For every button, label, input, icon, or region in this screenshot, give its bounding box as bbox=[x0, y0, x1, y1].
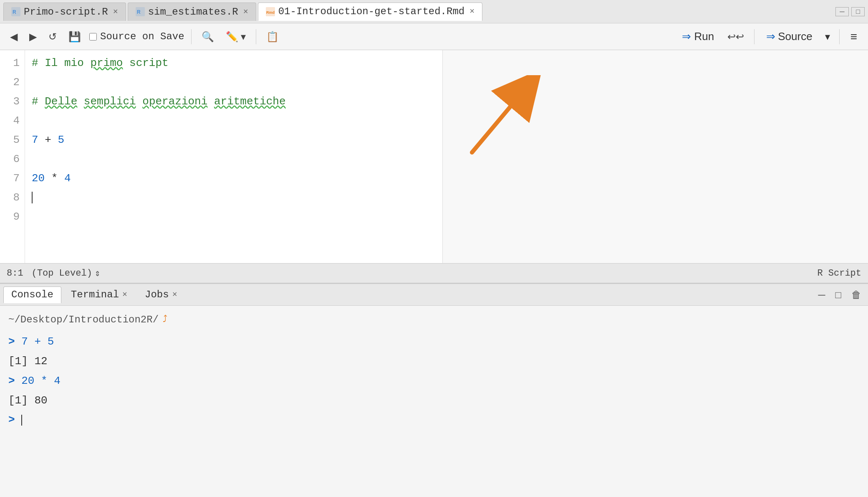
line-num-4: 4 bbox=[0, 111, 20, 130]
code-comment-1-primo: primo bbox=[90, 54, 123, 72]
console-clear-btn[interactable]: 🗑 bbox=[848, 287, 865, 302]
source-run-icon: ⇒ bbox=[766, 30, 775, 43]
console-path-row: ~/Desktop/Introduction2R/ ⤴ bbox=[8, 311, 860, 329]
source-on-save-checkbox[interactable] bbox=[89, 33, 97, 41]
tab-intro-label: 01-Introduction-get-started.Rmd bbox=[278, 6, 464, 17]
line-numbers: 1 2 3 4 5 6 7 8 9 bbox=[0, 50, 25, 263]
console-output-2: [1] 80 bbox=[8, 394, 48, 407]
source-dropdown-button[interactable]: ▾ bbox=[823, 29, 833, 44]
back-button[interactable]: ◀ bbox=[7, 29, 21, 44]
code-line-6 bbox=[32, 150, 436, 169]
maximize-button[interactable]: □ bbox=[851, 7, 865, 16]
compile-button[interactable]: 📋 bbox=[263, 29, 282, 44]
console-cmd-2: 20 * 4 bbox=[21, 375, 61, 387]
console-prompt-2: > bbox=[8, 375, 21, 387]
code-comment-3-operazioni: operazioni bbox=[142, 92, 207, 111]
menu-lines-button[interactable]: ≡ bbox=[846, 28, 861, 45]
forward-button[interactable]: ▶ bbox=[26, 29, 40, 44]
toolbar-separator-3 bbox=[754, 29, 754, 44]
rmd-file-icon: Rmd bbox=[266, 7, 275, 16]
jobs-tab-label: Jobs bbox=[145, 289, 169, 300]
console-line-1: > 7 + 5 bbox=[8, 332, 860, 352]
code-comment-3d bbox=[207, 92, 214, 111]
code-comment-3-aritmetiche: aritmetiche bbox=[214, 92, 286, 111]
tab-sim-close[interactable]: × bbox=[243, 7, 248, 17]
code-line-8 bbox=[32, 188, 436, 207]
tab-sim-label: sim_estimates.R bbox=[148, 6, 238, 18]
code-line-2 bbox=[32, 73, 436, 92]
tab-terminal[interactable]: Terminal × bbox=[63, 287, 135, 303]
tab-primo-script[interactable]: R Primo-script.R × bbox=[3, 3, 126, 21]
toolbar-separator-2 bbox=[256, 29, 256, 44]
console-content[interactable]: ~/Desktop/Introduction2R/ ⤴ > 7 + 5 [1] … bbox=[0, 306, 868, 435]
compile-icon: 📋 bbox=[266, 31, 279, 43]
minimize-button[interactable]: ─ bbox=[835, 7, 849, 16]
console-line-4: [1] 80 bbox=[8, 391, 860, 411]
line-num-6: 6 bbox=[0, 150, 20, 169]
console-line-5: > bbox=[8, 410, 860, 430]
code-comment-1b: script bbox=[123, 54, 168, 72]
source-on-save-text: Source on Save bbox=[100, 31, 184, 42]
tab-intro-close[interactable]: × bbox=[469, 7, 474, 16]
code-line-9 bbox=[32, 207, 436, 226]
console-tab-label: Console bbox=[11, 289, 53, 300]
code-num-5: 5 bbox=[58, 131, 64, 149]
code-area[interactable]: # Il mio primo script # Delle semplici o… bbox=[25, 50, 442, 263]
code-line-1: # Il mio primo script bbox=[32, 53, 436, 73]
tab-primo-close[interactable]: × bbox=[113, 7, 118, 17]
scope-text: (Top Level) bbox=[32, 268, 92, 279]
script-type: R Script bbox=[817, 268, 861, 279]
source-label: Source bbox=[778, 30, 812, 43]
back-icon: ◀ bbox=[10, 31, 18, 43]
editor-toolbar: ◀ ▶ ↺ 💾 Source on Save 🔍 ✏️ ▾ 📋 ⇒ Run ↩↩… bbox=[0, 23, 868, 50]
refresh-button[interactable]: ↺ bbox=[45, 29, 60, 44]
svg-text:R: R bbox=[137, 9, 141, 15]
refresh-icon: ↺ bbox=[48, 31, 57, 43]
tab-intro[interactable]: Rmd 01-Introduction-get-started.Rmd × bbox=[258, 3, 483, 21]
run-button[interactable]: ⇒ Run bbox=[677, 28, 719, 45]
tab-sim-estimates[interactable]: R sim_estimates.R × bbox=[128, 3, 256, 21]
console-toolbar-right: ─ □ 🗑 bbox=[815, 287, 865, 302]
rerun-icon: ↩↩ bbox=[727, 31, 744, 43]
tab-bar: R Primo-script.R × R sim_estimates.R × R… bbox=[0, 0, 868, 23]
source-on-save-label[interactable]: Source on Save bbox=[89, 31, 184, 42]
line-num-2: 2 bbox=[0, 73, 20, 92]
source-button[interactable]: ⇒ Source bbox=[761, 28, 817, 45]
code-comment-3c bbox=[136, 92, 143, 111]
bottom-section: Console Terminal × Jobs × ─ □ 🗑 ~/Deskto… bbox=[0, 283, 868, 497]
save-button[interactable]: 💾 bbox=[65, 29, 84, 44]
code-line-3: # Delle semplici operazioni aritmetiche bbox=[32, 92, 436, 111]
magic-wand-button[interactable]: ✏️ ▾ bbox=[222, 29, 250, 44]
line-num-3: 3 bbox=[0, 92, 20, 111]
code-comment-1: # Il mio bbox=[32, 54, 90, 72]
run-icon: ⇒ bbox=[682, 30, 691, 43]
code-op-mul: * bbox=[45, 169, 64, 188]
console-minimize-btn[interactable]: ─ bbox=[815, 287, 828, 302]
console-maximize-btn[interactable]: □ bbox=[832, 287, 845, 302]
rerun-button[interactable]: ↩↩ bbox=[724, 29, 747, 44]
tab-console[interactable]: Console bbox=[3, 287, 61, 303]
editor-left-panel: 1 2 3 4 5 6 7 8 9 # Il mio primo script bbox=[0, 50, 442, 263]
scope-indicator[interactable]: (Top Level) ⇕ bbox=[32, 268, 100, 279]
line-num-9: 9 bbox=[0, 207, 20, 226]
svg-text:Rmd: Rmd bbox=[266, 10, 275, 15]
console-line-2: [1] 12 bbox=[8, 352, 860, 371]
code-line-5: 7 + 5 bbox=[32, 130, 436, 150]
tab-jobs[interactable]: Jobs × bbox=[137, 287, 185, 303]
terminal-tab-label: Terminal bbox=[71, 289, 119, 300]
line-num-8: 8 bbox=[0, 188, 20, 207]
jobs-tab-close[interactable]: × bbox=[172, 290, 177, 299]
status-bar: 8:1 (Top Level) ⇕ R Script bbox=[0, 263, 868, 283]
svg-text:R: R bbox=[13, 9, 16, 15]
search-button[interactable]: 🔍 bbox=[198, 29, 217, 44]
code-line-4 bbox=[32, 111, 436, 130]
code-op-plus: + bbox=[38, 131, 58, 149]
editor-right-panel bbox=[442, 50, 868, 263]
terminal-tab-close[interactable]: × bbox=[122, 290, 127, 299]
save-icon: 💾 bbox=[68, 31, 81, 43]
svg-line-7 bbox=[472, 88, 526, 152]
chevron-down-icon: ▾ bbox=[825, 31, 830, 42]
search-icon: 🔍 bbox=[202, 31, 214, 43]
code-comment-3b bbox=[77, 92, 84, 111]
main-editor: 1 2 3 4 5 6 7 8 9 # Il mio primo script bbox=[0, 50, 868, 263]
